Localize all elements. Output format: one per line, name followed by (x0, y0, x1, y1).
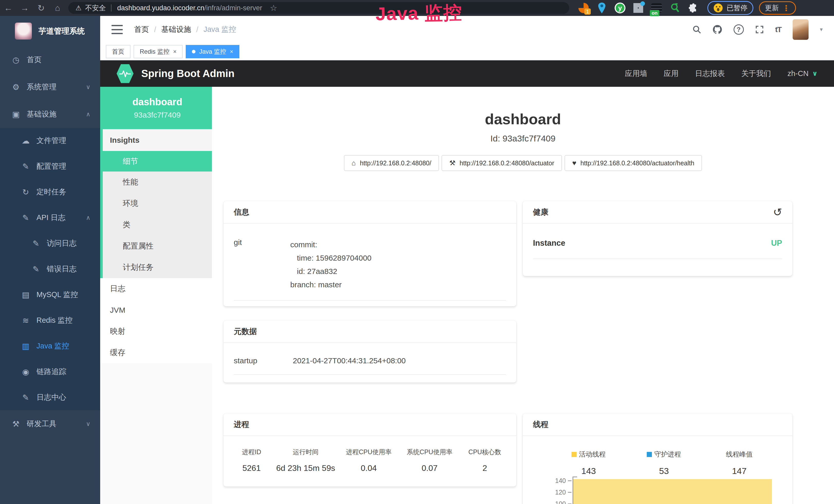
page-title: dashboard (212, 110, 834, 128)
table-row[interactable]: Instance UP (533, 238, 782, 259)
close-icon[interactable]: × (230, 48, 233, 55)
threads-card: 线程 活动线程 143 守护进程 53 线程峰值 147 (523, 413, 792, 504)
sidebar-item-log-center[interactable]: ✎ 日志中心 (0, 385, 100, 410)
card-title: 信息 (234, 207, 249, 217)
monitor-icon: ▣ (9, 110, 23, 119)
sidebar-item-label: 访问日志 (47, 238, 76, 249)
peak-threads-stat: 线程峰值 147 (702, 450, 777, 476)
nav-about[interactable]: 关于我们 (741, 69, 771, 79)
sidebar-item-error-log[interactable]: ✎ 错误日志 (0, 256, 100, 282)
menu-item-mappings[interactable]: 映射 (100, 321, 212, 342)
menu-item-caches[interactable]: 缓存 (100, 342, 212, 363)
process-card: 进程 进程ID 5261 运行时间 6d 23h 15m 59s 进程CPU使用… (223, 413, 516, 486)
log-icon: ✎ (19, 393, 33, 402)
sidebar-item-access-log[interactable]: ✎ 访问日志 (0, 231, 100, 256)
fullscreen-icon[interactable] (755, 25, 764, 34)
sprout-extension-icon[interactable] (669, 2, 680, 14)
browser-reload-icon[interactable]: ↻ (33, 3, 49, 13)
user-avatar[interactable] (793, 19, 809, 40)
menu-item-scheduled-tasks[interactable]: 计划任务 (103, 257, 212, 278)
tab-label: Redis 监控 (140, 47, 170, 56)
sidebar-item-label: 系统管理 (27, 82, 57, 92)
sidebar-collapse-icon[interactable] (111, 25, 123, 34)
address-bar[interactable]: ⚠ 不安全 dashboard.yudao.iocoder.cn /infra/… (68, 2, 569, 14)
instance-header[interactable]: dashboard 93a3fc7f7409 (103, 87, 212, 129)
sidebar-item-tracing[interactable]: ◉ 链路追踪 (0, 359, 100, 385)
sidebar-item-label: 研发工具 (27, 419, 57, 429)
daemon-threads-legend-swatch (647, 452, 652, 457)
sidebar-item-infra[interactable]: ▣ 基础设施 ∧ (0, 101, 100, 128)
puzzle-extensions-menu-icon[interactable] (687, 2, 699, 14)
java-monitor-annotation: Java 监控 (375, 0, 463, 26)
health-url-button[interactable]: ♥ http://192.168.0.2:48080/actuator/heal… (565, 155, 702, 171)
profile-paused-chip[interactable]: 已暂停 (707, 1, 753, 15)
info-line: time: 1596289704000 (290, 251, 371, 265)
browser-home-icon[interactable]: ⌂ (49, 3, 66, 13)
sidebar-item-mysql[interactable]: ▤ MySQL 监控 (0, 282, 100, 307)
nav-applications-wall[interactable]: 应用墙 (625, 69, 647, 79)
table-row: git commit: time: 1596289704000 id: 27aa… (234, 238, 506, 301)
search-icon[interactable] (693, 25, 701, 34)
menu-item-jvm[interactable]: JVM (100, 299, 212, 321)
breadcrumb-infra[interactable]: 基础设施 (161, 24, 191, 35)
sidebar-item-home[interactable]: ◷ 首页 (0, 46, 100, 73)
language-label: zh-CN (788, 69, 809, 78)
github-icon[interactable] (712, 25, 722, 35)
menu-item-metrics[interactable]: 性能 (103, 171, 212, 193)
service-url-button[interactable]: ⌂ http://192.168.0.2:48080/ (344, 155, 439, 171)
extension-badge: 1 (584, 8, 591, 15)
grid-icon (633, 3, 643, 13)
language-selector[interactable]: zh-CN ∨ (788, 69, 817, 78)
sidebar-item-dev-tools[interactable]: ⚒ 研发工具 ∨ (0, 410, 100, 437)
tab-redis-monitor[interactable]: Redis 监控 × (134, 45, 183, 58)
close-icon[interactable]: × (173, 48, 176, 55)
stat-value: 53 (626, 466, 701, 476)
on-badge: on (650, 10, 659, 16)
process-uptime-col: 运行时间 6d 23h 15m 59s (273, 448, 338, 473)
menu-item-classes[interactable]: 类 (103, 214, 212, 235)
pin-extension-icon[interactable] (596, 2, 608, 14)
chevron-up-icon: ∧ (86, 111, 90, 118)
sidebar-item-system[interactable]: ⚙ 系统管理 ∨ (0, 73, 100, 101)
sidebar-item-redis[interactable]: ≋ Redis 监控 (0, 307, 100, 333)
y-axis-tick: 120 (546, 488, 566, 496)
font-size-icon[interactable]: tT (775, 25, 781, 34)
browser-update-button[interactable]: 更新 ⋮ (759, 1, 796, 15)
spring-boot-admin-body: dashboard 93a3fc7f7409 Insights 细节 性能 环境… (100, 87, 834, 504)
card-title: 进程 (234, 419, 249, 430)
breadcrumb: 首页 / 基础设施 / Java 监控 (134, 24, 236, 35)
bookmark-star-icon[interactable]: ☆ (270, 3, 278, 13)
nav-applications[interactable]: 应用 (664, 69, 679, 79)
toolbox-icon: ⚒ (9, 419, 23, 429)
grid-extension-icon[interactable] (633, 2, 644, 14)
help-icon[interactable]: ? (733, 24, 744, 35)
sidebar-item-api-log[interactable]: ✎ API 日志 ∧ (0, 205, 100, 231)
nav-journal[interactable]: 日志报表 (695, 69, 725, 79)
browser-back-icon[interactable]: ← (0, 3, 17, 13)
sidebar-item-file[interactable]: ☁ 文件管理 (0, 128, 100, 154)
menu-item-config-props[interactable]: 配置属性 (103, 235, 212, 257)
sidebar-item-job[interactable]: ↻ 定时任务 (0, 179, 100, 205)
menu-item-environment[interactable]: 环境 (103, 193, 212, 214)
actuator-url-button[interactable]: ⚒ http://192.168.0.2:48080/actuator (441, 155, 562, 171)
sidebar-item-java-monitor[interactable]: ▥ Java 监控 (0, 333, 100, 359)
browser-menu-icon[interactable]: ⋮ (782, 4, 790, 13)
colorpicker-extension-icon[interactable]: 1 (578, 2, 589, 14)
tab-home[interactable]: 首页 (106, 45, 130, 58)
spring-boot-admin-logo-icon (117, 64, 134, 83)
menu-item-logs[interactable]: 日志 (100, 278, 212, 299)
sidebar-item-config[interactable]: ✎ 配置管理 (0, 154, 100, 179)
history-icon[interactable]: ↺ (773, 206, 782, 219)
tab-java-monitor[interactable]: Java 监控 × (186, 45, 239, 58)
spring-boot-admin-title: Spring Boot Admin (141, 68, 235, 79)
user-menu-caret-icon[interactable]: ▾ (820, 26, 823, 33)
breadcrumb-home[interactable]: 首页 (134, 24, 149, 35)
not-secure-label[interactable]: 不安全 (85, 3, 106, 13)
browser-forward-icon[interactable]: → (17, 3, 33, 13)
green-y-extension-icon[interactable]: y (614, 2, 626, 14)
switch-extension-icon[interactable]: on (651, 2, 662, 14)
process-cpu-col: 进程CPU使用率 0.04 (338, 448, 399, 473)
menu-item-details[interactable]: 细节 (103, 151, 212, 171)
app-logo-row[interactable]: 芋道管理系统 (0, 16, 100, 46)
sidebar-item-label: 文件管理 (37, 136, 66, 146)
